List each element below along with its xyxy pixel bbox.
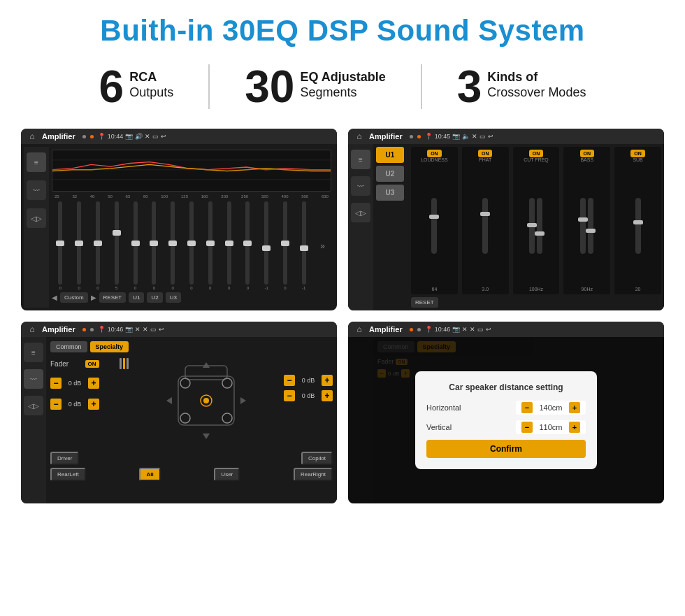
bass-label: BASS (580, 157, 593, 162)
eq-track-12[interactable] (264, 201, 268, 285)
dialog-horizontal-plus[interactable]: + (569, 402, 580, 413)
bass-value: 90Hz (582, 287, 593, 292)
eq-track-7[interactable] (171, 201, 175, 285)
cross-wave-icon[interactable]: 〰 (351, 176, 370, 196)
home-icon-2: ⌂ (354, 131, 365, 142)
fader-minus-3[interactable]: − (284, 375, 295, 386)
prev-icon[interactable]: ◀ (52, 294, 57, 301)
fader-plus-2[interactable]: + (88, 399, 99, 410)
preset-u1[interactable]: U1 (376, 147, 404, 163)
fader-status-bar: ⌂ Amplifier 📍 10:46 📷 ✕ ✕ ▭ ↩ (21, 322, 337, 337)
expand-icon[interactable]: » (320, 241, 325, 251)
eq-handle-9 (206, 241, 215, 246)
u1-button[interactable]: U1 (129, 292, 144, 303)
fader-tab-common[interactable]: Common (50, 341, 87, 352)
cutfreq-toggle[interactable]: ON (529, 150, 544, 157)
freq-630: 630 (322, 194, 329, 199)
fader-plus-3[interactable]: + (322, 375, 333, 386)
fader-user-button[interactable]: User (214, 468, 240, 481)
cross-volume-icon[interactable]: ◁▷ (351, 203, 370, 222)
eq-track-1[interactable] (58, 201, 62, 285)
crossover-screenshot: ⌂ Amplifier 📍 10:45 📷 🔈 ✕ ▭ ↩ ≡ 〰 (348, 129, 664, 310)
eq-track-9[interactable] (208, 201, 212, 285)
stat-eq-text: EQ Adjustable Segments (300, 64, 385, 100)
loudness-toggle[interactable]: ON (427, 150, 442, 157)
fader-rearleft-button[interactable]: RearLeft (50, 468, 86, 481)
cutfreq-value: 100Hz (529, 287, 543, 292)
preset-u3[interactable]: U3 (376, 185, 404, 201)
eq-track-4[interactable] (115, 201, 119, 285)
u2-button[interactable]: U2 (147, 292, 162, 303)
eq-track-11[interactable] (245, 201, 250, 285)
dialog-overlay: Car speaker distance setting Horizontal … (348, 337, 664, 503)
stats-row: 6 RCA Outputs 30 EQ Adjustable Segments … (21, 64, 664, 109)
svg-point-5 (203, 398, 209, 403)
fader-plus-4[interactable]: + (322, 390, 333, 401)
dialog-screen-title: Amplifier (369, 325, 403, 334)
eq-wave-icon[interactable]: 〰 (27, 180, 46, 200)
stat-eq: 30 EQ Adjustable Segments (210, 64, 422, 109)
freq-80: 80 (143, 194, 148, 199)
eq-track-5[interactable] (134, 201, 138, 285)
dialog-vertical-minus[interactable]: − (521, 422, 533, 433)
eq-volume-icon[interactable]: ◁▷ (27, 208, 46, 228)
eq-track-13[interactable] (283, 201, 287, 285)
preset-u2[interactable]: U2 (376, 166, 404, 182)
fader-plus-1[interactable]: + (88, 378, 99, 389)
back-icon: ↩ (161, 133, 166, 140)
status-dot2 (90, 135, 94, 138)
eq-track-14[interactable] (302, 201, 306, 285)
fader-filter-icon[interactable]: ≡ (24, 343, 43, 362)
fader-tab-specialty[interactable]: Specialty (90, 341, 129, 352)
window-icon: ▭ (152, 133, 159, 140)
freq-25: 25 (55, 194, 59, 199)
fader-rearright-button[interactable]: RearRight (294, 468, 333, 481)
dialog-horizontal-minus[interactable]: − (521, 402, 533, 413)
eq-slider-7: 0 (164, 201, 182, 290)
eq-slider-2: 0 (71, 201, 88, 290)
dialog-screenshot: ⌂ Amplifier 📍 10:46 📷 ✕ ✕ ▭ ↩ (348, 322, 664, 503)
volume-icon-4: ✕ (462, 326, 468, 333)
phat-toggle[interactable]: ON (478, 150, 493, 157)
eq-track-8[interactable] (189, 201, 194, 285)
eq-track-10[interactable] (227, 201, 231, 285)
fader-copilot-button[interactable]: Copilot (301, 452, 333, 465)
eq-track-6[interactable] (152, 201, 156, 285)
custom-button[interactable]: Custom (60, 292, 88, 303)
window-icon-2: ▭ (480, 133, 486, 140)
status-dot7 (410, 328, 413, 331)
crossover-main-panel: U1 U2 U3 ON LOUDNESS (373, 144, 664, 310)
crossover-sidebar: ≡ 〰 ◁▷ (348, 144, 373, 310)
eq-filter-icon[interactable]: ≡ (27, 152, 46, 172)
eq-handle-5 (131, 241, 140, 246)
fader-wave-icon[interactable]: 〰 (24, 369, 43, 389)
sub-toggle[interactable]: ON (630, 150, 645, 157)
eq-track-3[interactable] (96, 201, 100, 285)
next-icon[interactable]: ▶ (91, 294, 96, 301)
fader-minus-1[interactable]: − (50, 378, 62, 389)
svg-marker-11 (203, 362, 210, 368)
svg-point-9 (180, 413, 190, 423)
cross-filter-icon[interactable]: ≡ (351, 150, 370, 169)
fader-db-control-3: − 0 dB + (284, 375, 333, 386)
fader-volume-icon[interactable]: ◁▷ (24, 396, 43, 415)
crossover-reset-button[interactable]: RESET (411, 297, 438, 308)
u3-button[interactable]: U3 (166, 292, 181, 303)
status-dot5 (82, 328, 86, 331)
stat-rca-number: 6 (99, 64, 124, 109)
fader-all-button[interactable]: All (139, 468, 160, 481)
camera-icon-4: 📷 (452, 326, 460, 333)
dialog-confirm-button[interactable]: Confirm (426, 440, 586, 458)
fader-minus-4[interactable]: − (284, 390, 295, 401)
eq-slider-9: 0 (201, 201, 219, 290)
loudness-value: 64 (432, 287, 438, 292)
eq-track-2[interactable] (77, 201, 81, 285)
bass-toggle[interactable]: ON (580, 150, 595, 157)
fader-minus-2[interactable]: − (50, 399, 62, 410)
location-icon-2: 📍 (425, 133, 433, 140)
fader-driver-button[interactable]: Driver (50, 452, 79, 465)
close-icon-3: ✕ (143, 326, 148, 333)
reset-button[interactable]: RESET (99, 292, 127, 303)
stat-rca-text: RCA Outputs (129, 64, 173, 100)
dialog-vertical-plus[interactable]: + (569, 422, 580, 433)
